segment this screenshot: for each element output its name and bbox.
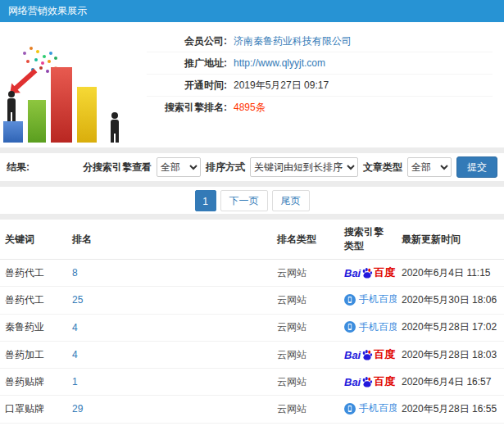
sort-label: 排序方式 bbox=[206, 161, 245, 174]
updated-cell: 2020年6月4日 16:57 bbox=[397, 369, 504, 396]
rank-link[interactable]: 25 bbox=[72, 294, 83, 306]
promo-url-link[interactable]: http://www.qlyyjt.com bbox=[234, 57, 325, 69]
keyword-cell: 秦鲁药业 bbox=[0, 314, 67, 342]
table-row: 兽药加工 4 云网站 Bai百度 2020年5月28日 18:03 bbox=[0, 342, 504, 369]
growth-arrow-icon bbox=[12, 69, 38, 93]
baidu-paw-icon bbox=[361, 376, 373, 387]
businessman-figure bbox=[7, 91, 16, 121]
businessman-figure bbox=[110, 112, 120, 143]
info-field-row: 开通时间: 2019年5月27日 09:17 bbox=[147, 75, 493, 97]
engine-cell: Bai百度 bbox=[339, 369, 397, 396]
open-time-value: 2019年5月27日 09:17 bbox=[234, 79, 329, 93]
page-title: 网络营销效果展示 bbox=[8, 5, 87, 16]
member-info-fields: 会员公司: 济南秦鲁药业科技有限公司 推广地址: http://www.qlyy… bbox=[143, 25, 504, 144]
phone-icon bbox=[344, 403, 356, 415]
engine-filter-select[interactable]: 全部 bbox=[157, 157, 201, 177]
updated-cell: 2020年5月28日 16:55 bbox=[397, 396, 504, 424]
keyword-cell: 兽药贴牌 bbox=[0, 369, 67, 396]
next-page-button[interactable]: 下一页 bbox=[220, 190, 268, 211]
rank-cell: 4 bbox=[67, 342, 272, 369]
table-row: 金华防护服 17,25 云网站 手机百度 2020年6月20日 09:25 bbox=[0, 423, 504, 426]
mobile-baidu-badge: 手机百度 bbox=[344, 292, 397, 306]
column-header-keyword: 关键词 bbox=[0, 220, 67, 260]
rank-type-cell: 云网站 bbox=[272, 396, 339, 424]
rank-link[interactable]: 1 bbox=[72, 376, 78, 387]
filter-controls: 分搜索引擎查看 全部 排序方式 关键词由短到长排序 文章类型 全部 提交 bbox=[83, 156, 497, 178]
pagination: 1 下一页 尾页 bbox=[0, 187, 504, 214]
sort-select[interactable]: 关键词由短到长排序 bbox=[250, 157, 358, 177]
chart-bar bbox=[51, 67, 72, 143]
engine-cell: 手机百度 bbox=[339, 314, 397, 342]
table-row: 兽药贴牌 1 云网站 Bai百度 2020年6月4日 16:57 bbox=[0, 369, 504, 396]
member-company-label: 会员公司: bbox=[147, 34, 227, 48]
rank-type-cell: 云网站 bbox=[272, 423, 339, 426]
info-field-row: 搜索引擎排名: 4895条 bbox=[147, 97, 493, 119]
keyword-cell: 口罩贴牌 bbox=[0, 396, 67, 424]
engine-cell: 手机百度 bbox=[339, 423, 397, 426]
member-company-link[interactable]: 济南秦鲁药业科技有限公司 bbox=[234, 34, 352, 48]
rank-cell: 8 bbox=[67, 260, 272, 287]
mobile-baidu-badge: 手机百度 bbox=[344, 401, 397, 415]
baidu-logo: Bai百度 bbox=[344, 347, 395, 362]
rank-cell: 29 bbox=[67, 396, 272, 424]
baidu-logo: Bai百度 bbox=[344, 265, 395, 280]
chart-bar bbox=[77, 87, 97, 143]
baidu-logo: Bai百度 bbox=[344, 374, 395, 389]
rank-cell: 17,25 bbox=[67, 423, 272, 426]
page-title-bar: 网络营销效果展示 bbox=[0, 0, 504, 22]
results-table: 关键词 排名 排名类型 搜索引擎类型 最新更新时间 兽药代工 8 云网站 Bai… bbox=[0, 220, 504, 426]
results-table-panel: 关键词 排名 排名类型 搜索引擎类型 最新更新时间 兽药代工 8 云网站 Bai… bbox=[0, 220, 504, 426]
rank-count-value: 4895条 bbox=[234, 101, 266, 115]
engine-cell: 手机百度 bbox=[339, 396, 397, 424]
rank-link[interactable]: 4 bbox=[72, 349, 78, 360]
updated-cell: 2020年5月28日 17:02 bbox=[397, 314, 504, 342]
article-type-label: 文章类型 bbox=[363, 161, 402, 174]
keyword-cell: 兽药加工 bbox=[0, 342, 67, 369]
last-page-button[interactable]: 尾页 bbox=[272, 190, 310, 211]
keyword-cell: 兽药代工 bbox=[0, 287, 67, 315]
baidu-paw-icon bbox=[361, 349, 373, 360]
phone-icon bbox=[344, 321, 356, 333]
keyword-cell: 兽药代工 bbox=[0, 260, 67, 287]
rank-count-label: 搜索引擎排名: bbox=[147, 101, 227, 115]
baidu-paw-icon bbox=[361, 267, 373, 279]
mobile-baidu-badge: 手机百度 bbox=[344, 320, 397, 334]
column-header-updated: 最新更新时间 bbox=[397, 220, 504, 260]
column-header-engine-type: 搜索引擎类型 bbox=[339, 220, 397, 260]
bar-chart-illustration bbox=[0, 25, 143, 144]
table-row: 兽药代工 8 云网站 Bai百度 2020年6月4日 11:15 bbox=[0, 260, 504, 287]
page-number-current[interactable]: 1 bbox=[195, 190, 216, 211]
rank-link[interactable]: 29 bbox=[72, 403, 83, 415]
engine-cell: Bai百度 bbox=[339, 342, 397, 369]
rank-link[interactable]: 8 bbox=[72, 267, 78, 279]
engine-cell: 手机百度 bbox=[339, 287, 397, 315]
rank-cell: 1 bbox=[67, 369, 272, 396]
table-row: 口罩贴牌 29 云网站 手机百度 2020年5月28日 16:55 bbox=[0, 396, 504, 424]
updated-cell: 2020年6月4日 11:15 bbox=[397, 260, 504, 287]
updated-cell: 2020年6月20日 09:25 bbox=[397, 423, 504, 426]
rank-link[interactable]: 4 bbox=[72, 322, 78, 333]
table-header-row: 关键词 排名 排名类型 搜索引擎类型 最新更新时间 bbox=[0, 220, 504, 260]
info-field-row: 会员公司: 济南秦鲁药业科技有限公司 bbox=[147, 30, 493, 52]
engine-cell: Bai百度 bbox=[339, 260, 397, 287]
updated-cell: 2020年5月28日 18:03 bbox=[397, 342, 504, 369]
table-row: 秦鲁药业 4 云网站 手机百度 2020年5月28日 17:02 bbox=[0, 314, 504, 342]
filter-bar: 结果: 分搜索引擎查看 全部 排序方式 关键词由短到长排序 文章类型 全部 提交 bbox=[0, 153, 504, 181]
rank-type-cell: 云网站 bbox=[272, 342, 339, 369]
rank-type-cell: 云网站 bbox=[272, 287, 339, 315]
rank-cell: 4 bbox=[67, 314, 272, 342]
column-header-rank: 排名 bbox=[67, 220, 272, 260]
keyword-cell: 金华防护服 bbox=[0, 423, 67, 426]
engine-filter-label: 分搜索引擎查看 bbox=[83, 161, 152, 174]
open-time-label: 开通时间: bbox=[147, 79, 227, 93]
submit-button[interactable]: 提交 bbox=[456, 156, 497, 178]
article-type-select[interactable]: 全部 bbox=[407, 157, 452, 177]
confetti-dots bbox=[21, 47, 25, 50]
member-info-panel: 会员公司: 济南秦鲁药业科技有限公司 推广地址: http://www.qlyy… bbox=[0, 22, 504, 147]
info-field-row: 推广地址: http://www.qlyyjt.com bbox=[147, 52, 493, 75]
chart-bar bbox=[3, 121, 23, 143]
column-header-rank-type: 排名类型 bbox=[272, 220, 339, 260]
updated-cell: 2020年5月30日 18:06 bbox=[397, 287, 504, 315]
table-row: 兽药代工 25 云网站 手机百度 2020年5月30日 18:06 bbox=[0, 287, 504, 315]
rank-type-cell: 云网站 bbox=[272, 314, 339, 342]
